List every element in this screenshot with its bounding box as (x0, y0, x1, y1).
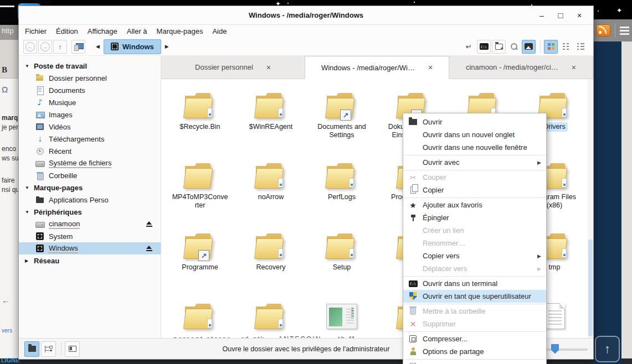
menu-aller-a[interactable]: Aller à (127, 27, 147, 35)
menu-item-copier-vers[interactable]: Copier vers▶ (403, 249, 546, 262)
up-button[interactable]: ↑ (53, 40, 67, 54)
file-item[interactable]: Recovery (235, 222, 306, 292)
sidebar-item-videos[interactable]: Vidéos (19, 121, 161, 133)
file-item[interactable]: ↗Documents and Settings (306, 81, 377, 152)
file-item[interactable]: PerfLogs (306, 152, 377, 222)
sidebar-item-dossier-personnel[interactable]: Dossier personnel (19, 72, 161, 84)
folder-icon (326, 162, 358, 189)
tab-bar: Dossier personnel × Windows - /media/rog… (161, 56, 593, 79)
file-item[interactable]: noArrow (235, 152, 306, 222)
menu-item-proprietes[interactable]: Propriétés (403, 360, 546, 364)
rss-icon[interactable] (596, 24, 610, 37)
minimize-button[interactable]: – (533, 9, 550, 22)
menu-item-ouvrir-nouvel-onglet[interactable]: Ouvrir dans un nouvel onglet (403, 128, 546, 141)
icon-view-button[interactable] (544, 40, 558, 54)
copy-icon (410, 186, 416, 194)
menu-item-ouvrir-avec[interactable]: Ouvrir avec▶ (403, 156, 546, 169)
menu-item-ouvrir-dans-un-terminal[interactable]: C:\Ouvrir dans un terminal (403, 277, 546, 290)
menu-item-copier[interactable]: Copier (403, 184, 546, 196)
tab-cinamoon[interactable]: cinamoon - /media/roger/ci… × (449, 56, 593, 79)
forward-icon: → (40, 42, 50, 51)
forward-button[interactable]: → (38, 40, 52, 54)
sidebar-item-images[interactable]: Images (19, 108, 161, 121)
file-item[interactable] (165, 292, 235, 338)
sidebar-item-cinamoon[interactable]: cinamoon (19, 218, 161, 230)
menu-item-ouvrir-nouvelle-fenetre[interactable]: Ouvrir dans une nouvelle fenêtre (403, 141, 546, 154)
sidebar-item-systeme-de-fichiers[interactable]: Système de fichiers (19, 157, 161, 169)
new-folder-button[interactable] (492, 40, 506, 54)
section-poste-de-travail[interactable]: ▼ Poste de travail (19, 60, 161, 72)
desktop: ✦ ✦ http B Ω marq je per enco ws sur fai… (0, 0, 632, 364)
show-thumbnails-button[interactable] (522, 40, 536, 54)
vertical-scrollbar[interactable] (588, 79, 593, 338)
sidebar-item-musique[interactable]: ♪Musique (19, 96, 161, 108)
file-item[interactable] (235, 292, 306, 338)
pin-icon (409, 214, 417, 222)
sidebar-item-corbeille[interactable]: Corbeille (19, 169, 161, 181)
menu-item-ajouter-aux-favoris[interactable]: ★Ajouter aux favoris (403, 199, 546, 211)
menu-aide[interactable]: Aide (212, 27, 227, 35)
menu-separator (404, 197, 546, 198)
slider-handle[interactable] (551, 344, 559, 354)
section-reseau[interactable]: ▶ Réseau (19, 254, 161, 267)
text-fragment: marq (2, 114, 18, 122)
section-peripheriques[interactable]: ▼ Périphériques (19, 206, 161, 218)
menu-item-ouvrir-en-tant-que-superutilisateur[interactable]: Ouvrir en tant que superutilisateur (403, 290, 546, 303)
menu-item-options-de-partage[interactable]: Options de partage (403, 345, 546, 358)
file-item[interactable]: ↗Programme (165, 222, 235, 292)
close-tab-icon[interactable]: × (266, 63, 271, 72)
menu-item-mettre-a-la-corbeille: Mettre à la corbeille (403, 305, 546, 318)
sidebar-item-system[interactable]: System (19, 230, 161, 242)
titlebar[interactable]: Windows - /media/roger/Windows – □ × (19, 6, 593, 25)
menu-fichier[interactable]: Fichier (25, 27, 47, 35)
maximize-button[interactable]: □ (552, 9, 569, 22)
hamburger-menu-icon[interactable] (620, 27, 629, 35)
computer-button[interactable] (71, 40, 85, 54)
url-fragment: http (2, 27, 14, 35)
menu-item-epingler[interactable]: Épingler (403, 211, 546, 224)
cut-icon: ✂ (408, 173, 418, 182)
sidebar-item-telechargements[interactable]: ↓Téléchargements (19, 133, 161, 145)
submenu-arrow-icon: ▶ (537, 160, 541, 165)
search-button[interactable] (507, 40, 521, 54)
file-item[interactable]: Setup (306, 222, 377, 292)
file-item[interactable]: MP4ToMP3Converter (165, 152, 235, 222)
eject-icon[interactable] (146, 246, 153, 252)
open-terminal-button[interactable]: C:\ (477, 40, 491, 54)
file-item[interactable]: $WinREAgent (235, 81, 306, 152)
close-button[interactable]: × (571, 9, 588, 22)
menu-edition[interactable]: Édition (56, 27, 78, 35)
file-item[interactable]: $Recycle.Bin (165, 81, 235, 152)
icon-view-icon (548, 43, 554, 50)
menu-item-compresser[interactable]: Compresser... (403, 332, 546, 345)
menu-item-ouvrir[interactable]: Ouvrir (403, 116, 546, 128)
menu-affichage[interactable]: Affichage (88, 27, 117, 35)
close-tab-icon[interactable]: × (572, 63, 576, 72)
file-item[interactable] (306, 292, 377, 338)
menu-separator (404, 359, 546, 360)
menu-marque-pages[interactable]: Marque-pages (157, 27, 203, 35)
sidebar-item-windows[interactable]: Windows (19, 242, 161, 254)
tab-windows[interactable]: Windows - /media/roger/Wi… × (305, 56, 449, 79)
scrollbar-thumb[interactable] (588, 240, 593, 336)
shortcut-arrow-icon: ↗ (340, 110, 351, 121)
toggle-location-entry-button[interactable]: ↵ (462, 40, 476, 54)
sidebar-item-applications-perso[interactable]: Applications Perso (19, 194, 161, 206)
list-view-button[interactable] (574, 40, 588, 54)
breadcrumb-windows[interactable]: Windows (104, 39, 161, 54)
section-marque-pages[interactable]: ▼ Marque-pages (19, 181, 161, 194)
sidebar-item-recent[interactable]: Récent (19, 145, 161, 157)
back-button[interactable]: ← (23, 40, 37, 54)
close-tab-icon[interactable]: × (428, 63, 433, 72)
breadcrumb-next-icon[interactable]: ▶ (162, 44, 172, 49)
text-fragment: enco (2, 145, 16, 153)
compact-view-button[interactable] (559, 40, 573, 54)
tab-dossier-personnel[interactable]: Dossier personnel × (161, 56, 305, 79)
eject-icon[interactable] (146, 221, 153, 227)
menu-separator (404, 170, 546, 170)
image-icon (525, 43, 533, 50)
breadcrumb-prev-icon[interactable]: ◀ (93, 44, 102, 49)
sidebar-item-documents[interactable]: Documents (19, 84, 161, 96)
scroll-to-top-button[interactable]: ↑ (595, 336, 620, 362)
text-file-icon (544, 303, 565, 329)
